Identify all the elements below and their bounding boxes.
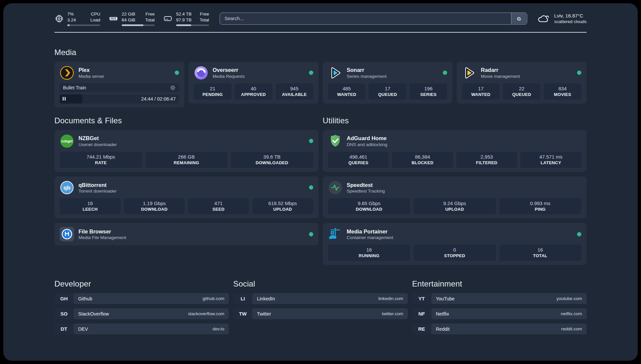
link-url: stackoverflow.com [188, 311, 224, 316]
app-subtitle: Torrent downloader [78, 189, 117, 194]
app-card-filebrowser[interactable]: File Browser Media File Management [54, 223, 319, 245]
app-card-portainer[interactable]: Media Portainer Container management 16 … [323, 223, 587, 265]
app-card-adguard[interactable]: AdGuard Home DNS and adblocking 498,461 … [323, 130, 587, 172]
stat-box: 47.571 ms LATENCY [520, 152, 581, 168]
link-row-reddit[interactable]: RE Reddit reddit.com [412, 323, 587, 334]
search-input[interactable] [220, 13, 527, 25]
plex-icon [60, 66, 74, 80]
header: 7% 3.24 CPU Load [54, 3, 587, 26]
plex-now-playing: Bullet Train 24:44 [60, 83, 179, 104]
pause-icon [63, 97, 66, 101]
stat-box: 39.6 TB DOWNLOADED [231, 152, 313, 168]
section-title-utilities: Utilities [323, 116, 587, 125]
app-card-speedtest[interactable]: Speedtest Speedtest Tracking 9.65 Gbps D… [323, 176, 587, 218]
status-online-dot [175, 71, 179, 75]
app-name: Radarr [481, 67, 520, 74]
stat-box: 16 RUNNING [328, 245, 411, 261]
gear-icon[interactable] [170, 85, 176, 91]
link-url: reddit.com [561, 326, 582, 331]
link-row-linkedin[interactable]: LI LinkedIn linkedin.com [233, 293, 408, 304]
disk-progress-bar [176, 24, 209, 26]
filebrowser-icon [60, 227, 74, 241]
stat-box: 22 QUEUED [503, 83, 540, 100]
stat-box: 40 APPROVED [235, 83, 272, 100]
link-url: dev.to [213, 326, 225, 331]
app-subtitle: Media Requests [213, 74, 245, 79]
hardware-stats: 7% 3.24 CPU Load [54, 11, 209, 26]
app-card-plex[interactable]: Plex Media server Bullet Train [54, 62, 184, 107]
app-card-overseerr[interactable]: Overseerr Media Requests 21 PENDING 40 A… [189, 62, 319, 104]
stat-box: 834 MOVIES [544, 83, 581, 100]
stat-box: 485 WANTED [328, 83, 366, 100]
link-abbr: GH [54, 293, 74, 304]
memory-icon [109, 14, 118, 23]
link-row-dev[interactable]: DT DEV dev.to [54, 323, 229, 334]
memory-progress-fill [122, 24, 143, 26]
app-subtitle: Series management [347, 74, 387, 79]
overseerr-icon [194, 66, 208, 80]
link-url: twitter.com [382, 311, 403, 316]
app-card-qbittorrent[interactable]: qb qBittorrent Torrent downloader 16 LEE… [54, 176, 319, 218]
weather-location-temp: Lviv, 16.87°C [554, 13, 587, 18]
link-row-youtube[interactable]: YT YouTube youtube.com [412, 293, 587, 304]
section-title-entertainment: Entertainment [412, 279, 587, 288]
disk-total-value: 97.9 TB [176, 17, 192, 23]
cpu-progress-bar [67, 24, 100, 26]
memory-label-bottom: Total [145, 17, 155, 23]
section-documents: Documents & Files nzbget NZBGet U [54, 116, 319, 246]
weather-condition: scattered clouds [554, 19, 587, 24]
disk-free-value: 52.4 TB [176, 11, 192, 17]
stat-box: 17 WANTED [462, 83, 500, 100]
stat-box: 86,384 BLOCKED [392, 152, 453, 168]
cpu-percent: 7% [67, 11, 76, 17]
stat-box: 17 QUEUED [369, 83, 406, 100]
app-subtitle: Usenet downloader [78, 142, 117, 147]
link-row-netflix[interactable]: NF Netflix netflix.com [412, 308, 587, 319]
app-card-radarr[interactable]: Radarr Movie management 17 WANTED 22 QUE… [457, 62, 587, 104]
stat-box: 16 LEECH [60, 198, 121, 214]
app-subtitle: Container management [347, 235, 393, 240]
app-name: Media Portainer [347, 228, 393, 235]
weather-widget: Lviv, 16.87°C scattered clouds [537, 13, 587, 24]
app-name: AdGuard Home [347, 135, 387, 142]
status-online-dot [309, 232, 313, 236]
header-separator [54, 32, 587, 33]
stat-box: 0 STOPPED [413, 245, 496, 261]
disk-stat: 52.4 TB 97.9 TB Free Total [163, 11, 209, 26]
app-card-nzbget[interactable]: nzbget NZBGet Usenet downloader 744.21 M… [54, 130, 319, 172]
memory-progress-bar [122, 24, 155, 26]
app-subtitle: Movie management [481, 74, 520, 79]
disk-progress-fill [176, 24, 191, 26]
cpu-load-value: 3.24 [67, 17, 76, 23]
link-row-github[interactable]: GH Github github.com [54, 293, 229, 304]
svg-text:qb: qb [64, 185, 71, 191]
status-online-dot [577, 71, 581, 75]
app-subtitle: DNS and adblocking [347, 142, 387, 147]
stat-box: 744.21 Mbps RATE [60, 152, 142, 168]
link-row-twitter[interactable]: TW Twitter twitter.com [233, 308, 408, 319]
status-online-dot [309, 185, 313, 190]
memory-total-value: 64 GiB [122, 17, 135, 23]
link-abbr: SO [54, 308, 74, 319]
playback-time: 24:44 / 02:06:47 [141, 94, 176, 104]
link-abbr: NF [412, 308, 431, 319]
app-subtitle: Media File Management [78, 235, 126, 240]
search-bar: G [220, 13, 527, 25]
link-abbr: LI [233, 293, 252, 304]
link-abbr: YT [412, 293, 431, 304]
app-card-sonarr[interactable]: Sonarr Series management 485 WANTED 17 Q… [323, 62, 453, 104]
link-name: LinkedIn [257, 296, 275, 301]
cloud-icon [537, 14, 550, 24]
cpu-stat: 7% 3.24 CPU Load [54, 11, 100, 26]
section-utilities: Utilities [323, 116, 587, 265]
stat-box: 945 AVAILABLE [276, 83, 313, 100]
section-developer: Developer GH Github github.com SO StackO… [54, 279, 229, 334]
section-title-media: Media [54, 48, 587, 57]
link-name: Twitter [257, 311, 271, 317]
link-row-stackoverflow[interactable]: SO StackOverflow stackoverflow.com [54, 308, 229, 319]
link-name: StackOverflow [78, 311, 109, 317]
search-engine-button[interactable]: G [511, 13, 527, 24]
stat-box: 471 SEED [188, 198, 249, 214]
app-name: File Browser [78, 228, 126, 235]
app-subtitle: Media server [78, 74, 104, 79]
